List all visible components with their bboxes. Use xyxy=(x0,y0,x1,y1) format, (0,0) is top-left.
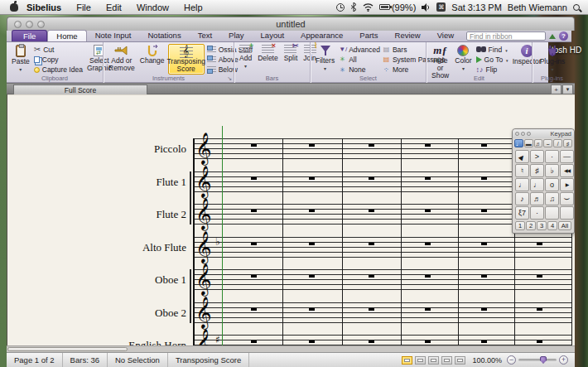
go-to-button[interactable]: Go To xyxy=(476,55,508,64)
find-in-ribbon-input[interactable] xyxy=(466,31,546,41)
menu-sibelius[interactable]: Sibelius xyxy=(25,0,69,15)
keypad-minimize-button[interactable] xyxy=(521,132,525,136)
horizontal-scrollbar[interactable] xyxy=(7,345,575,352)
view-panorama-button[interactable] xyxy=(428,356,439,365)
input-source-icon[interactable]: ⌘ xyxy=(436,2,446,12)
keypad-key[interactable]: ♯ xyxy=(530,164,544,177)
tab-menu-button[interactable]: ▼ xyxy=(562,85,573,94)
spotlight-search-icon[interactable] xyxy=(573,4,580,11)
bluetooth-icon[interactable] xyxy=(350,2,357,12)
apple-menu-icon[interactable] xyxy=(10,3,18,12)
score-canvas[interactable]: Piccolo𝄞Flute 1𝄞Flute 2𝄞Alto Flute𝄞♭Oboe… xyxy=(7,94,575,345)
status-bars-36[interactable]: Bars: 36 xyxy=(63,353,108,367)
window-title-bar[interactable]: untitled xyxy=(7,17,575,31)
keypad-key[interactable]: — xyxy=(560,150,574,163)
battery-indicator[interactable]: (99%) xyxy=(379,2,416,12)
keypad-zoom-button[interactable] xyxy=(527,132,531,136)
menu-bar-clock[interactable]: Sat 3:13 PM xyxy=(451,2,502,12)
new-tab-button[interactable]: + xyxy=(551,85,561,94)
time-machine-icon[interactable] xyxy=(336,3,345,12)
tab-play[interactable]: Play xyxy=(220,30,252,41)
view-pages-spread-button[interactable] xyxy=(415,356,426,365)
select-advanced-button[interactable]: ▼/Advanced xyxy=(339,45,380,54)
add-or-remove-instruments-button[interactable]: Add or Remove xyxy=(107,44,137,75)
add-bars-button[interactable]: + Add xyxy=(238,44,253,75)
keypad-layout-tab-3[interactable]: ♬ xyxy=(534,139,543,147)
keypad-voice-4[interactable]: 4 xyxy=(547,221,557,230)
change-instrument-button[interactable]: Change xyxy=(139,44,166,75)
status-page-1-of-2[interactable]: Page 1 of 2 xyxy=(7,353,63,367)
keypad-key[interactable]: ♪ xyxy=(515,192,529,205)
keypad-voice-1[interactable]: 1 xyxy=(515,221,525,230)
menu-window[interactable]: Window xyxy=(129,0,176,15)
scrollbar-thumb[interactable] xyxy=(7,347,128,351)
keypad-title-bar[interactable]: Keypad xyxy=(513,129,574,138)
zoom-slider-thumb[interactable] xyxy=(540,356,547,364)
keypad-key[interactable]: ▶ xyxy=(515,150,529,163)
zoom-slider[interactable] xyxy=(518,359,557,361)
tab-parts[interactable]: Parts xyxy=(351,30,386,41)
status-no-selection[interactable]: No Selection xyxy=(108,353,168,367)
find-button[interactable]: Find xyxy=(476,45,508,54)
keypad-key[interactable]: ♭ xyxy=(545,164,559,177)
keypad-key-tie[interactable]: ⌣ xyxy=(560,192,574,205)
keypad-key[interactable]: ♩ xyxy=(530,178,544,191)
collapse-ribbon-icon[interactable] xyxy=(549,34,556,39)
keypad-key[interactable]: ξ7 xyxy=(515,206,529,220)
zoom-in-button[interactable]: + xyxy=(559,355,568,365)
paste-button[interactable]: Paste xyxy=(10,44,31,75)
keypad-key[interactable]: ♫ xyxy=(545,192,559,205)
transposing-score-button[interactable]: 𝄞 Transposing Score xyxy=(168,44,205,75)
tab-home[interactable]: Home xyxy=(47,30,86,41)
help-button[interactable]: ? xyxy=(559,31,568,41)
view-pages-button[interactable] xyxy=(402,356,412,365)
split-bar-button[interactable]: ✂ Split xyxy=(282,44,300,75)
menu-help[interactable]: Help xyxy=(176,0,210,15)
keypad-key[interactable]: ♩ xyxy=(515,178,529,191)
copy-button[interactable]: Copy xyxy=(34,55,83,64)
keypad-key[interactable]: ▶ xyxy=(560,178,574,191)
zoom-out-button[interactable]: − xyxy=(507,355,516,365)
hide-or-show-button[interactable]: mƒ Hide or Show xyxy=(430,44,451,75)
tab-review[interactable]: Review xyxy=(387,30,429,41)
delete-bars-button[interactable]: × Delete xyxy=(256,44,280,75)
keypad-voice-all[interactable]: All xyxy=(558,221,571,230)
menu-file[interactable]: File xyxy=(69,0,99,15)
keypad-key[interactable]: ♬ xyxy=(530,192,544,205)
keypad-layout-tab-2[interactable]: ▬ xyxy=(524,139,533,147)
user-menu[interactable]: Beth Wiemann xyxy=(508,2,567,12)
keypad-key[interactable]: ♮ xyxy=(515,164,529,177)
keypad-voice-3[interactable]: 3 xyxy=(537,221,547,230)
keypad-voice-2[interactable]: 2 xyxy=(526,221,536,230)
status-transposing-score[interactable]: Transposing Score xyxy=(168,353,249,367)
keypad-layout-tab-1[interactable]: ♩ xyxy=(514,139,523,147)
close-window-button[interactable] xyxy=(14,21,22,28)
keypad-layout-tab-4[interactable]: ⌣ xyxy=(543,139,552,147)
keypad-layout-tab-6[interactable]: ♯ xyxy=(563,139,572,147)
zoom-window-button[interactable] xyxy=(37,21,45,28)
menu-edit[interactable]: Edit xyxy=(99,0,129,15)
keypad-key[interactable] xyxy=(560,206,574,220)
keypad-key[interactable]: ◀◀ xyxy=(560,164,574,177)
tab-layout[interactable]: Layout xyxy=(253,30,293,41)
keypad-layout-tab-5[interactable]: / xyxy=(553,139,562,147)
volume-icon[interactable] xyxy=(422,3,431,12)
tab-file[interactable]: File xyxy=(12,30,47,41)
tab-appearance[interactable]: Appearance xyxy=(292,30,351,41)
plug-ins-button[interactable]: Plug-ins xyxy=(536,44,569,75)
minimize-window-button[interactable] xyxy=(26,21,33,28)
filters-button[interactable]: Filters xyxy=(314,44,336,75)
keypad-key[interactable] xyxy=(545,206,559,220)
dialog-launcher-icon[interactable]: ↘ xyxy=(227,75,232,82)
color-button[interactable]: Color xyxy=(453,44,473,75)
keypad-close-button[interactable] xyxy=(515,132,519,136)
tab-note-input[interactable]: Note Input xyxy=(87,30,140,41)
cut-button[interactable]: ✂Cut xyxy=(34,45,83,54)
wifi-icon[interactable] xyxy=(363,3,374,12)
tab-view[interactable]: View xyxy=(429,30,462,41)
keypad-key[interactable]: > xyxy=(530,150,544,163)
tab-notations[interactable]: Notations xyxy=(140,30,190,41)
flip-button[interactable]: ↕♪Flip xyxy=(476,65,508,75)
select-none-button[interactable]: ✳None xyxy=(339,65,380,75)
select-all-button[interactable]: ✳All xyxy=(339,55,380,64)
